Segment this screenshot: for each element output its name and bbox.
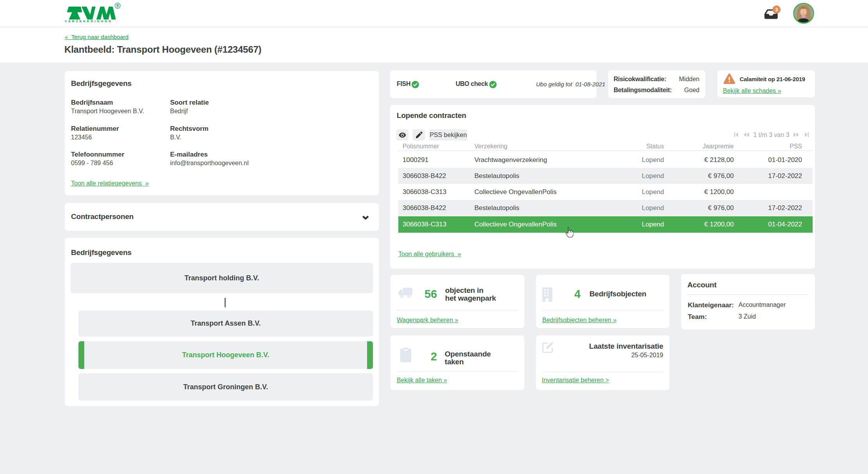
svg-text:1 t/m 3 van 3: 1 t/m 3 van 3 — [753, 132, 790, 138]
svg-text:VERZEKERINGEN: VERZEKERINGEN — [65, 20, 112, 23]
